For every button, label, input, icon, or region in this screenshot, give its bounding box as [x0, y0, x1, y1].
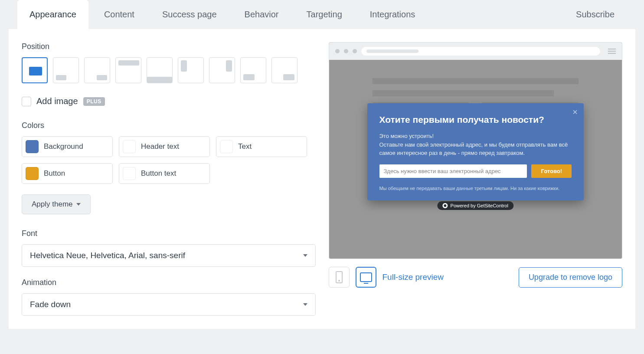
apply-theme-button[interactable]: Apply theme	[22, 194, 91, 214]
caret-down-icon	[76, 203, 81, 206]
popup-note: Мы обещаем не передавать ваши данные тре…	[379, 186, 572, 191]
color-button-text[interactable]: Button text	[119, 163, 210, 184]
header-text-swatch	[123, 140, 136, 153]
background-swatch	[26, 140, 39, 153]
tab-appearance[interactable]: Appearance	[17, 0, 88, 29]
color-button[interactable]: Button	[22, 163, 113, 184]
position-top-right-panel[interactable]	[209, 57, 235, 83]
color-text-label: Text	[238, 142, 252, 151]
email-input[interactable]	[379, 164, 527, 178]
add-image-label: Add image	[36, 96, 78, 106]
popup-text: Это можно устроить! Оставьте нам свой эл…	[379, 132, 572, 157]
position-bottom-bar[interactable]	[147, 57, 173, 83]
traffic-light-icon	[353, 49, 357, 53]
color-background-label: Background	[44, 142, 83, 151]
font-value: Helvetica Neue, Helvetica, Arial, sans-s…	[30, 251, 185, 260]
add-image-checkbox[interactable]	[22, 97, 31, 106]
animation-label: Animation	[22, 278, 316, 287]
logo-icon	[443, 203, 448, 208]
traffic-light-icon	[335, 49, 340, 53]
device-desktop-button[interactable]	[356, 267, 376, 288]
desktop-icon	[360, 272, 372, 282]
preview-popup: × Хотите первыми получать новости? Это м…	[367, 103, 584, 200]
plus-badge: PLUS	[83, 97, 105, 106]
tabs-bar: Appearance Content Success page Behavior…	[9, 0, 635, 29]
position-options	[22, 57, 316, 83]
powered-by-badge: Powered by GetSiteControl	[438, 201, 513, 210]
tab-content[interactable]: Content	[92, 0, 147, 29]
animation-select[interactable]: Fade down	[22, 293, 316, 316]
submit-button[interactable]: Готово!	[531, 164, 572, 178]
traffic-light-icon	[344, 49, 348, 53]
preview-browser-chrome	[329, 43, 622, 60]
font-label: Font	[22, 229, 316, 238]
close-icon[interactable]: ×	[572, 108, 578, 116]
button-swatch	[26, 167, 39, 180]
preview-window: × Хотите первыми получать новости? Это м…	[329, 42, 623, 259]
popup-title: Хотите первыми получать новости?	[379, 115, 572, 125]
phone-icon	[336, 271, 343, 283]
text-swatch	[220, 140, 233, 153]
position-bottom-left-small[interactable]	[53, 57, 79, 83]
full-size-preview-link[interactable]: Full-size preview	[382, 272, 444, 282]
color-button-text-label: Button text	[141, 169, 176, 178]
upgrade-button[interactable]: Upgrade to remove logo	[519, 267, 622, 288]
color-header-text-label: Header text	[141, 142, 179, 151]
caret-down-icon	[303, 254, 307, 257]
tab-subscribe[interactable]: Subscribe	[564, 0, 627, 29]
color-background[interactable]: Background	[22, 136, 113, 157]
position-bottom-right-panel[interactable]	[271, 57, 297, 83]
position-bottom-left-panel[interactable]	[240, 57, 266, 83]
position-label: Position	[22, 42, 316, 51]
hamburger-icon	[608, 49, 616, 54]
apply-theme-label: Apply theme	[32, 200, 73, 209]
color-header-text[interactable]: Header text	[119, 136, 210, 157]
tab-targeting[interactable]: Targeting	[294, 0, 354, 29]
position-top-left-panel[interactable]	[178, 57, 204, 83]
tab-integrations[interactable]: Integrations	[358, 0, 428, 29]
tab-behavior[interactable]: Behavior	[232, 0, 291, 29]
caret-down-icon	[303, 303, 307, 306]
tab-success-page[interactable]: Success page	[150, 0, 229, 29]
position-center[interactable]	[22, 57, 48, 83]
position-top-bar[interactable]	[115, 57, 141, 83]
animation-value: Fade down	[30, 300, 71, 309]
device-mobile-button[interactable]	[329, 267, 350, 288]
button-text-swatch	[123, 167, 136, 180]
position-bottom-right-small[interactable]	[84, 57, 110, 83]
colors-label: Colors	[22, 121, 316, 130]
color-button-label: Button	[44, 169, 65, 178]
font-select[interactable]: Helvetica Neue, Helvetica, Arial, sans-s…	[22, 244, 316, 267]
preview-url-bar	[361, 47, 601, 56]
color-text[interactable]: Text	[216, 136, 307, 157]
